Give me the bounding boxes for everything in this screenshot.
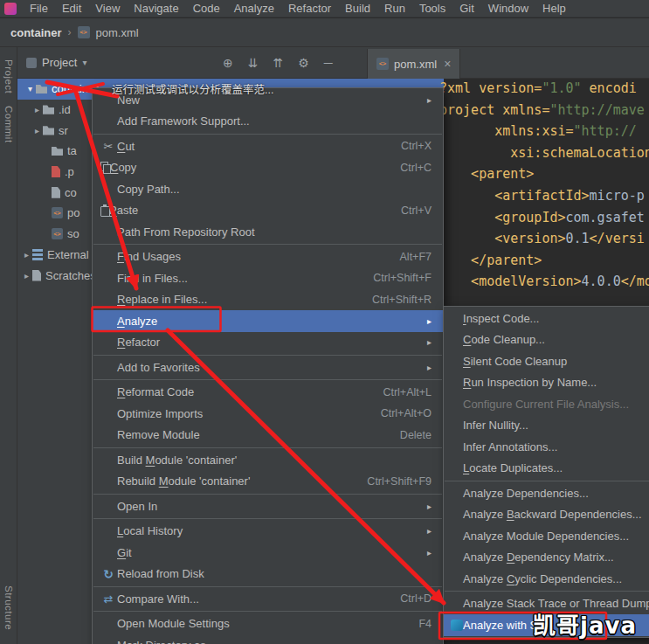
- menu-item-label: Analyze Backward Dependencies...: [463, 508, 642, 521]
- context-menu-item-compare-with[interactable]: Compare With...Ctrl+D: [93, 588, 443, 610]
- analyze-submenu-item-inspect-code[interactable]: Inspect Code...: [444, 308, 649, 329]
- project-view-selector[interactable]: Project ▾: [17, 56, 87, 69]
- context-menu-item-path-from-repository-root[interactable]: Path From Repository Root: [93, 221, 443, 243]
- menubar-item-tools[interactable]: Tools: [412, 0, 452, 17]
- menubar-item-run[interactable]: Run: [377, 0, 412, 17]
- context-menu-item-remove-module[interactable]: Remove ModuleDelete: [93, 425, 443, 447]
- context-menu-item-local-history[interactable]: Local History▸: [93, 521, 443, 543]
- settings-gear-icon[interactable]: ⚙: [298, 57, 309, 69]
- context-menu-item-open-in[interactable]: Open In▸: [93, 495, 443, 517]
- menubar-item-help[interactable]: Help: [535, 0, 573, 17]
- analyze-submenu-item-analyze-module-dependencies[interactable]: Analyze Module Dependencies...: [444, 525, 649, 547]
- stripe-structure-button[interactable]: Structure: [3, 585, 14, 630]
- analyze-submenu-item-analyze-cyclic-dependencies[interactable]: Analyze Cyclic Dependencies...: [444, 568, 649, 590]
- context-menu-item-reformat-code[interactable]: Reformat CodeCtrl+Alt+L: [93, 382, 443, 404]
- breadcrumb-module[interactable]: container: [10, 26, 62, 39]
- analyze-submenu-item-analyze-dependencies[interactable]: Analyze Dependencies...: [444, 482, 649, 504]
- breadcrumb-file[interactable]: pom.xml: [96, 26, 139, 39]
- menu-item-label: Optimize Imports: [117, 407, 203, 420]
- submenu-arrow-icon: ▸: [427, 316, 432, 326]
- menu-item-shortcut: Ctrl+Shift+R: [372, 294, 432, 306]
- code-line-6: <artifactId>micro-p: [439, 185, 649, 207]
- menu-item-label: Open In: [117, 500, 157, 513]
- analyze-submenu-item-infer-annotations[interactable]: Infer Annotations...: [444, 436, 649, 458]
- intellij-logo-icon: [4, 3, 17, 15]
- chevron-right-icon[interactable]: ▸: [21, 271, 32, 280]
- menubar-item-file[interactable]: File: [23, 0, 55, 17]
- analyze-submenu-item-code-cleanup[interactable]: Code Cleanup...: [444, 329, 649, 351]
- menu-item-label: Replace in Files...: [117, 293, 207, 306]
- menubar-item-view[interactable]: View: [88, 0, 127, 17]
- context-menu-item-copy-path[interactable]: Copy Path...: [93, 178, 443, 200]
- code-line-5: <parent>: [439, 163, 649, 185]
- context-menu-item-add-framework-support[interactable]: Add Framework Support...: [93, 111, 443, 133]
- reload-icon: [100, 567, 117, 581]
- menu-item-label: Compare With...: [117, 592, 199, 606]
- context-menu-item-open-module-settings[interactable]: Open Module SettingsF4: [93, 613, 443, 635]
- menu-item-label: Configure Current File Analysis...: [463, 398, 629, 411]
- context-menu-item-refactor[interactable]: Refactor▸: [93, 332, 443, 354]
- menu-item-label: Rebuild Module 'container': [117, 474, 250, 488]
- analyze-submenu-item-run-inspection-by-name[interactable]: Run Inspection by Name...: [444, 372, 649, 394]
- analyze-submenu-item-locate-duplicates[interactable]: Locate Duplicates...: [444, 458, 649, 480]
- context-menu-item-rebuild-module-container[interactable]: Rebuild Module 'container'Ctrl+Shift+F9: [93, 471, 443, 493]
- menubar-item-build[interactable]: Build: [338, 0, 377, 17]
- tab-pom-xml[interactable]: pom.xml ×: [367, 49, 460, 79]
- menu-item-label: Locate Duplicates...: [463, 461, 563, 474]
- analyze-submenu-item-analyze-dependency-matrix[interactable]: Analyze Dependency Matrix...: [444, 547, 649, 569]
- chevron-down-icon[interactable]: ▾: [24, 84, 36, 93]
- submenu-arrow-icon: ▸: [427, 526, 432, 536]
- stripe-commit-button[interactable]: Commit: [3, 106, 14, 143]
- menubar-item-edit[interactable]: Edit: [55, 0, 88, 17]
- context-menu-item-paste[interactable]: PasteCtrl+V: [93, 200, 443, 222]
- locate-icon[interactable]: ⊕: [223, 57, 233, 69]
- context-menu-item-optimize-imports[interactable]: Optimize ImportsCtrl+Alt+O: [93, 403, 443, 425]
- context-menu-item-cut[interactable]: CutCtrl+X: [93, 135, 443, 157]
- menubar-item-analyze[interactable]: Analyze: [227, 0, 281, 17]
- chevron-right-icon[interactable]: ▸: [31, 126, 43, 135]
- context-menu-item-copy[interactable]: CopyCtrl+C: [93, 157, 443, 179]
- scratches-icon: [32, 270, 41, 281]
- menu-separator: [93, 586, 442, 587]
- context-menu-item-replace-in-files[interactable]: Replace in Files...Ctrl+Shift+R: [93, 289, 443, 311]
- menu-item-shortcut: Ctrl+Shift+F9: [367, 475, 432, 488]
- analyze-submenu-item-analyze-backward-dependencies[interactable]: Analyze Backward Dependencies...: [444, 504, 649, 526]
- context-menu-item-find-usages[interactable]: Find UsagesAlt+F7: [93, 246, 443, 268]
- tab-label: pom.xml: [394, 58, 437, 71]
- menu-item-label: Open Module Settings: [117, 617, 230, 630]
- menu-item-label: Run Inspection by Name...: [463, 376, 597, 389]
- chevron-right-icon[interactable]: ▸: [21, 250, 32, 260]
- menubar-item-refactor[interactable]: Refactor: [281, 0, 338, 17]
- menubar-item-code[interactable]: Code: [186, 0, 227, 17]
- context-menu-item-add-to-favorites[interactable]: Add to Favorites▸: [93, 357, 443, 378]
- code-area[interactable]: ?xml version="1.0" encodiproject xmlns="…: [439, 78, 649, 293]
- menubar: FileEditViewNavigateCodeAnalyzeRefactorB…: [0, 0, 649, 17]
- menu-item-label: Infer Annotations...: [463, 440, 557, 454]
- analyze-submenu-item-silent-code-cleanup[interactable]: Silent Code Cleanup: [444, 350, 649, 372]
- tab-close-icon[interactable]: ×: [444, 57, 451, 71]
- context-menu-item-analyze[interactable]: Analyze▸: [93, 310, 443, 332]
- menu-item-label: Refactor: [117, 336, 160, 349]
- context-menu-item-mark-directory-as[interactable]: Mark Directory as▸: [93, 634, 443, 644]
- menu-item-shortcut: Ctrl+Alt+L: [383, 386, 432, 398]
- context-menu-item-find-in-files[interactable]: Find in Files...Ctrl+Shift+F: [93, 267, 443, 289]
- analyze-submenu-item-infer-nullity[interactable]: Infer Nullity...: [444, 415, 649, 437]
- menu-item-shortcut: Ctrl+X: [401, 140, 432, 152]
- context-menu-item-reload-from-disk[interactable]: Reload from Disk: [93, 564, 443, 585]
- chevron-down-icon: ▾: [82, 58, 86, 67]
- expand-all-icon[interactable]: ⇊: [248, 57, 259, 69]
- cut-icon: [100, 140, 117, 153]
- chevron-right-icon[interactable]: ▸: [31, 105, 43, 114]
- menu-item-label: Paste: [109, 204, 138, 217]
- menubar-item-navigate[interactable]: Navigate: [127, 0, 185, 17]
- menubar-item-window[interactable]: Window: [481, 0, 535, 17]
- stripe-project-button[interactable]: Project: [3, 59, 14, 93]
- collapse-all-icon[interactable]: ⇈: [273, 57, 283, 69]
- context-menu-item-build-module-container[interactable]: Build Module 'container': [93, 449, 443, 471]
- module-folder-icon: [36, 83, 47, 94]
- hide-panel-icon[interactable]: ─: [324, 57, 333, 69]
- menubar-item-git[interactable]: Git: [452, 0, 481, 17]
- watermark: 凯哥java: [533, 607, 637, 640]
- submenu-arrow-icon: ▸: [427, 502, 432, 511]
- context-menu-item-git[interactable]: Git▸: [93, 542, 443, 564]
